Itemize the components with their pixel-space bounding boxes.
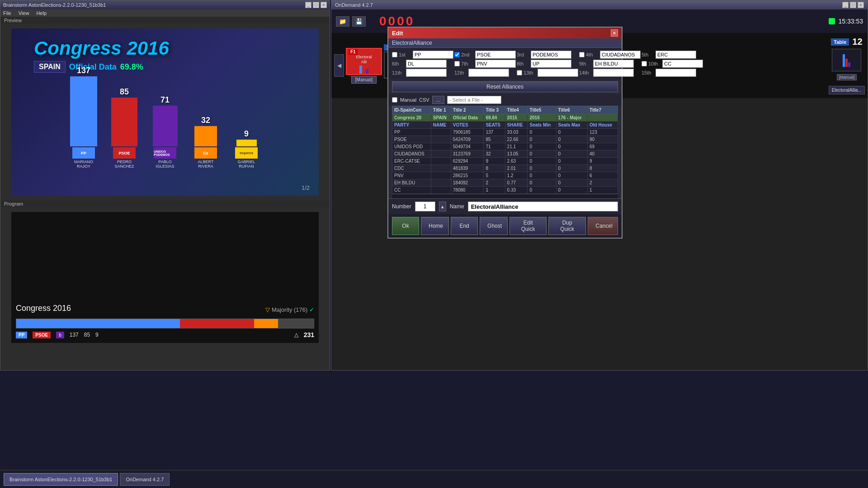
alliance-14th: 14th — [579, 69, 641, 77]
ghost-button[interactable]: Ghost — [480, 217, 508, 235]
menu-file[interactable]: File — [3, 10, 11, 16]
bars-container: 137 PP MARIANO RAJOY 85 PSOE PEDRO SANCH… — [11, 66, 319, 169]
td-2015: 2015 — [505, 114, 528, 122]
erc-bar-rect — [236, 140, 257, 146]
menu-help[interactable]: Help — [36, 10, 47, 16]
seat-up: 9 — [95, 332, 99, 338]
td-ehbildu: EH BILDU — [392, 179, 431, 187]
od-save-icon[interactable]: 💾 — [352, 16, 366, 27]
od-minimize[interactable]: _ — [842, 2, 849, 8]
cancel-button[interactable]: Cancel — [588, 217, 618, 235]
alliance-1st-check[interactable] — [392, 52, 397, 57]
taskbar-ondemand[interactable]: OnDemand 4.2.7 — [120, 473, 170, 486]
alliance-15th-input[interactable] — [656, 69, 696, 77]
dup-quick-button[interactable]: Dup Quick — [548, 217, 586, 235]
alliance-4th-input[interactable] — [600, 51, 641, 59]
number-input[interactable] — [415, 202, 435, 211]
table-num: 12 — [852, 37, 862, 47]
close-button[interactable]: × — [321, 2, 327, 8]
th-title6: Title6 — [556, 106, 587, 114]
td-pnv: PNV — [392, 172, 431, 179]
icon-psoe: PSOE — [33, 332, 51, 338]
td-seats-hdr: SEATS — [484, 122, 505, 129]
psoe-seats: 85 — [120, 87, 129, 97]
nav-left-arrow[interactable]: ◀ — [334, 54, 344, 77]
program-bottom: Congress 2016 ▽ Majority (176) ✓ PP PSOE… — [11, 299, 319, 343]
alliance-7th-input[interactable] — [475, 60, 516, 68]
alliance-2nd-input[interactable] — [475, 51, 516, 59]
table-header-data-row: Congress 20 SPAIN Oficial Data 69.84 201… — [392, 114, 618, 122]
ondemand-title: OnDemand 4.2.7 — [335, 2, 373, 8]
alliance-3rd-input[interactable] — [531, 51, 571, 59]
program-area: Congress 2016 ▽ Majority (176) ✓ PP PSOE… — [11, 212, 319, 343]
alliance-3rd: 3rd — [517, 51, 578, 59]
edit-quick-button[interactable]: Edit Quick — [509, 217, 547, 235]
pp-logo: PP — [72, 147, 95, 159]
table-scrollbar[interactable] — [392, 194, 618, 198]
alliance-8th-label: 8th — [517, 61, 529, 66]
seat-psoe: 85 — [84, 332, 90, 338]
table-row: CIUDADANOS31237693213.050040 — [392, 150, 618, 158]
alliance-5th-input[interactable] — [656, 51, 696, 59]
home-button[interactable]: Home — [421, 217, 449, 235]
alliance-7th-check[interactable] — [454, 61, 460, 66]
td-oficial: Oficial Data — [451, 114, 484, 122]
manual-label: Manual — [400, 97, 416, 103]
alliance-4th: 4th — [579, 51, 641, 59]
alliance-13th-check[interactable] — [517, 70, 522, 75]
check-icon: ✓ — [309, 306, 314, 313]
edit-dialog-title: Edit — [392, 30, 403, 37]
reset-alliances-button[interactable]: Reset Alliances — [392, 81, 618, 92]
mini-bar-3 — [366, 69, 368, 74]
alliance-1st-input[interactable] — [413, 51, 453, 59]
od-folder-icon[interactable]: 📁 — [336, 16, 349, 27]
edit-close-button[interactable]: × — [611, 29, 618, 37]
cs-logo: Cs — [194, 147, 217, 159]
alliance-5th-label: 5th — [642, 52, 654, 57]
od-maximize[interactable]: □ — [850, 2, 856, 8]
far-right-thumb-1[interactable] — [832, 49, 861, 71]
alliance-10th-input[interactable] — [662, 60, 703, 68]
csv-button[interactable]: ... — [432, 96, 444, 104]
taskbar: Brainstorm AstonElections-2.2.0-1230_51b… — [0, 470, 868, 488]
thumb-f1-manual[interactable]: [Manual] — [351, 76, 377, 84]
th-title2: Title 2 — [451, 106, 484, 114]
td-share-hdr: SHARE — [505, 122, 528, 129]
alliance-15th: 15th — [642, 69, 703, 77]
ondemand-controls: _ □ × — [842, 2, 864, 8]
end-button[interactable]: End — [451, 217, 478, 235]
minimize-button[interactable]: _ — [305, 2, 311, 8]
alliance-2nd-check[interactable] — [454, 52, 460, 57]
cs-seats: 32 — [201, 116, 210, 125]
alliance-13th: 13th — [517, 69, 578, 77]
name-input[interactable] — [468, 202, 618, 211]
menu-view[interactable]: View — [19, 10, 29, 16]
thumb-f1-box[interactable]: F1 ElectoralAlli — [346, 48, 382, 75]
far-right-thumbs: Table 12 [Manual] ElectoralAllia... — [829, 37, 865, 94]
taskbar-brainstorm[interactable]: Brainstorm AstonElections-2.2.0-1230_51b… — [4, 473, 118, 486]
table-row: CDC48183982.01008 — [392, 165, 618, 172]
ok-button[interactable]: Ok — [392, 217, 419, 235]
alliance-8th-input[interactable] — [531, 60, 571, 68]
alliance-12th-input[interactable] — [468, 69, 509, 77]
manual-check[interactable] — [392, 97, 397, 103]
progress-bar — [16, 319, 314, 328]
alliance-11th-input[interactable] — [406, 69, 447, 77]
alliance-4th-check[interactable] — [579, 52, 585, 57]
preview-area: Congress 2016 SPAIN Official Data 69.8% … — [11, 28, 319, 196]
fr-manual-tag[interactable]: [Manual] — [837, 74, 857, 80]
alliance-1st-label: 1st — [399, 52, 411, 57]
bottom-congress-title: Congress 2016 — [16, 304, 71, 313]
number-spin-up[interactable]: ▲ — [439, 202, 446, 211]
alliance-14th-input[interactable] — [593, 69, 634, 77]
mini-bars — [359, 66, 368, 74]
alliance-13th-input[interactable] — [538, 69, 578, 77]
alliance-6th-input[interactable] — [406, 60, 447, 68]
alliance-15th-label: 15th — [642, 70, 654, 75]
icon-pp: PP — [16, 332, 27, 338]
alliance-10th-check[interactable] — [642, 61, 647, 66]
alliance-9th-input[interactable] — [593, 60, 634, 68]
od-close[interactable]: × — [858, 2, 864, 8]
file-select-input[interactable] — [447, 96, 501, 104]
maximize-button[interactable]: □ — [313, 2, 319, 8]
